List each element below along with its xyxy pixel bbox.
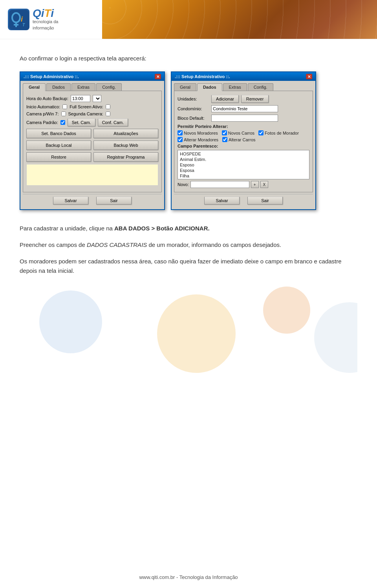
salvar-button-left[interactable]: Salvar (53, 197, 88, 205)
dialog-left-tab-content: Hora do Auto Backup: Inicio Automatico: … (23, 91, 162, 192)
alterar-moradores-checkbox[interactable] (178, 137, 183, 142)
listbox-item-hospede[interactable]: HOSPEDE (179, 151, 308, 157)
restore-row: Restore Registrar Programa (26, 152, 158, 162)
segunda-camera-label: Segunda Camera: (68, 111, 103, 116)
logo: i T QiTi tecnologia da informação (8, 8, 58, 31)
tab-geral-right[interactable]: Geral (174, 83, 196, 91)
dialog-left-close[interactable]: ✕ (155, 74, 161, 79)
set-banco-button[interactable]: Set. Banco Dados (26, 129, 91, 138)
remove-parentesco-button[interactable]: X (260, 181, 268, 188)
logo-text: QiTi tecnologia da informação (33, 8, 58, 31)
inicio-auto-checkbox[interactable] (62, 104, 67, 109)
backup-local-button[interactable]: Backup Local (26, 141, 91, 150)
paragraph-1: Para cadastrar a unidade, clique na ABA … (20, 224, 357, 233)
fullscreen-label: Full Screen Ativo: (70, 104, 103, 109)
alterar-carros-checkbox[interactable] (222, 137, 227, 142)
checkbox-fotos-morador: Fotos de Morador (258, 130, 299, 135)
conf-cam-button[interactable]: Conf. Cam. (98, 119, 128, 126)
sair-button-left[interactable]: Sair (96, 197, 132, 205)
banco-atualizacoes-row: Set. Banco Dados Atualizações (26, 129, 158, 138)
p1-highlight: ABA DADOS > Botão ADICIONAR. (114, 225, 210, 232)
unidades-row: Unidades: Adicionar Remover (178, 95, 309, 103)
fotos-morador-checkbox[interactable] (258, 130, 264, 135)
checkbox-alterar-carros: Alterar Carros (222, 137, 255, 142)
hora-backup-input[interactable] (71, 95, 90, 102)
parentesco-listbox[interactable]: HOSPEDE Animal Estim. Esposo Esposa Filh… (178, 150, 309, 179)
yellow-area (26, 164, 158, 186)
novos-moradores-checkbox[interactable] (178, 130, 183, 135)
listbox-item-esposo[interactable]: Esposo (179, 162, 308, 168)
porteiro-checkboxes-2: Alterar Moradores Alterar Carros (178, 137, 309, 142)
paragraph-2: Preencher os campos de DADOS CADASTRAIS … (20, 240, 357, 250)
inicio-auto-row: Inicio Automatico: Full Screen Ativo: (26, 104, 158, 109)
segunda-camera-checkbox[interactable] (106, 111, 110, 116)
footer-text: www.qiti.com.br - Tecnologia da Informaç… (139, 574, 238, 580)
fullscreen-checkbox[interactable] (106, 104, 110, 109)
paragraph-3: Os moradores podem ser cadastrados nessa… (20, 257, 357, 276)
decorative-area (20, 283, 357, 381)
p2-italic: DADOS CADASTRAIS (87, 241, 147, 248)
dialog-left-body: Geral Dados Extras Config. Hora do Auto … (20, 81, 164, 209)
condominio-input[interactable] (211, 105, 278, 112)
backup-web-button[interactable]: Backup Web (93, 141, 158, 150)
listbox-item-esposa[interactable]: Esposa (179, 168, 308, 173)
dialog-right: .::: Setup Administrativo ::. ✕ Geral Da… (171, 71, 316, 210)
dialog-right-titlebar: .::: Setup Administrativo ::. ✕ (172, 72, 315, 81)
listbox-item-filha[interactable]: Filha (179, 173, 308, 179)
sair-button-right[interactable]: Sair (247, 197, 283, 205)
atualizacoes-button[interactable]: Atualizações (93, 129, 158, 138)
dialog-right-title: .::: Setup Administrativo ::. (175, 74, 230, 79)
tab-config-left[interactable]: Config. (96, 83, 122, 91)
dialog-left-tabs: Geral Dados Extras Config. (23, 83, 162, 91)
novo-parentesco-input[interactable] (190, 181, 249, 188)
checkbox-novos-carros: Novos Carros (222, 130, 254, 135)
camera-padrao-checkbox[interactable] (60, 120, 65, 125)
tab-geral-left[interactable]: Geral (23, 83, 46, 91)
registrar-button[interactable]: Registrar Programa (93, 152, 158, 162)
novo-label: Novo: (178, 182, 189, 187)
condominio-row: Condomínio: (178, 105, 309, 112)
porteiro-label: Permitir Porteiro Alterar: (178, 124, 309, 129)
blob-blue-2 (314, 302, 357, 373)
remover-button[interactable]: Remover (241, 95, 269, 103)
novos-carros-label: Novos Carros (228, 131, 254, 135)
novo-parentesco-row: Novo: + X (178, 181, 309, 188)
dialog-left: .::: Setup Administrativo ::. ✕ Geral Da… (20, 71, 165, 210)
add-parentesco-button[interactable]: + (251, 181, 259, 188)
parentesco-listbox-container: HOSPEDE Animal Estim. Esposo Esposa Filh… (178, 150, 309, 179)
listbox-item-filho[interactable]: Filho (179, 179, 308, 179)
restore-button[interactable]: Restore (26, 152, 91, 162)
inicio-auto-label: Inicio Automatico: (26, 104, 60, 109)
alterar-carros-label: Alterar Carros (229, 137, 255, 142)
bloco-default-input[interactable] (211, 115, 278, 122)
bloco-default-label: Bloco Default: (178, 116, 209, 121)
adicionar-button[interactable]: Adicionar (211, 95, 239, 103)
logo-tagline: tecnologia da informação (33, 19, 58, 31)
tab-extras-right[interactable]: Extras (223, 83, 247, 91)
tab-config-right[interactable]: Config. (248, 83, 273, 91)
logo-area: i T QiTi tecnologia da informação (0, 0, 102, 39)
tab-extras-left[interactable]: Extras (71, 83, 95, 91)
camera-win7-row: Camera p/Win 7: Segunda Camera: (26, 111, 158, 116)
unidades-label: Unidades: (178, 97, 209, 101)
header-banner (102, 0, 377, 39)
alterar-moradores-label: Alterar Moradores (184, 137, 218, 142)
backup-row: Backup Local Backup Web (26, 141, 158, 150)
dialog-left-titlebar: .::: Setup Administrativo ::. ✕ (20, 72, 164, 81)
checkbox-novos-moradores: Novos Moradores (178, 130, 218, 135)
salvar-button-right[interactable]: Salvar (204, 197, 240, 205)
camera-win7-checkbox[interactable] (61, 111, 66, 116)
camera-padrao-label: Camera Padrão: (26, 120, 58, 125)
dialog-right-close[interactable]: ✕ (306, 74, 312, 79)
tab-dados-right[interactable]: Dados (197, 83, 222, 91)
header: i T QiTi tecnologia da informação (0, 0, 377, 39)
hora-backup-select[interactable] (93, 95, 101, 102)
dialog-right-body: Geral Dados Extras Config. Unidades: Adi… (172, 81, 315, 209)
novos-carros-checkbox[interactable] (222, 130, 227, 135)
blob-orange-1 (263, 287, 310, 334)
listbox-item-animal[interactable]: Animal Estim. (179, 157, 308, 162)
footer: www.qiti.com.br - Tecnologia da Informaç… (0, 574, 377, 580)
set-cam-button[interactable]: Set. Cam. (68, 119, 95, 126)
tab-dados-left[interactable]: Dados (46, 83, 71, 91)
checkbox-alterar-moradores: Alterar Moradores (178, 137, 218, 142)
